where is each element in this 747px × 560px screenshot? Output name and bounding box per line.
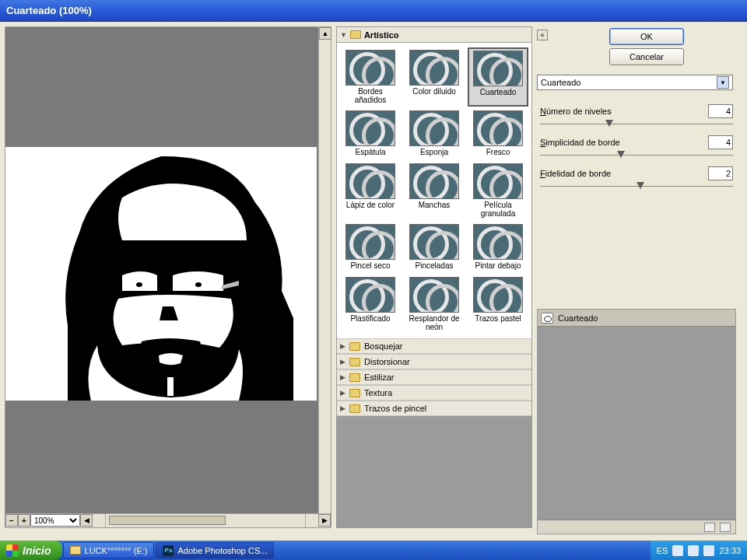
param-input[interactable] [708, 135, 733, 149]
filter-thumb-plastificado[interactable]: Plastificado [340, 275, 401, 334]
folder-icon [349, 358, 360, 366]
filter-thumb-pel-cula-granulada[interactable]: Película granulada [468, 161, 528, 220]
layers-toolbar [538, 520, 735, 534]
zoom-in-button[interactable]: + [18, 514, 30, 527]
param-label: Número de niveles [540, 107, 612, 116]
filter-thumb-image [473, 51, 523, 86]
preview-canvas[interactable] [5, 147, 317, 401]
filter-thumb-esp-tula[interactable]: Espátula [340, 108, 401, 159]
taskbar-item[interactable]: LUCK°°°°°°° (E:) [63, 542, 155, 558]
filter-thumb-resplandor-de-ne-n[interactable]: Resplandor de neón [404, 275, 465, 334]
visibility-eye-icon[interactable] [541, 313, 553, 324]
filter-thumb-cuarteado[interactable]: Cuarteado [468, 47, 528, 107]
zoom-select[interactable]: 100% [30, 514, 80, 527]
folder-icon [349, 342, 360, 351]
tray-icon[interactable] [672, 545, 683, 556]
param-label: Fidelidad de borde [540, 169, 611, 178]
scroll-left-arrow[interactable]: ◀ [80, 514, 93, 527]
filter-thumb-label: Bordes añadidos [342, 87, 398, 104]
controls-column: « OK Cancelar Cuarteado ▼ Número de nive… [537, 26, 742, 536]
filter-thumb-label: Trazos pastel [475, 314, 521, 324]
scroll-right-arrow[interactable]: ▶ [318, 514, 331, 527]
filter-thumb-bordes-a-adidos[interactable]: Bordes añadidos [340, 47, 401, 107]
filter-gallery-window: Cuarteado (100%) [0, 0, 747, 541]
language-indicator[interactable]: ES [657, 546, 668, 555]
chevron-down-icon: ▼ [717, 76, 729, 89]
filter-thumb-image [345, 224, 395, 260]
filter-thumb-image [409, 50, 459, 86]
folder-icon [349, 404, 360, 413]
filter-thumb-pinceladas[interactable]: Pinceladas [404, 222, 465, 273]
param-input[interactable] [708, 166, 733, 180]
param-label: Simplicidad de borde [540, 138, 620, 147]
tray-icon[interactable] [688, 545, 699, 556]
window-titlebar[interactable]: Cuarteado (100%) [0, 0, 747, 22]
filter-thumb-label: Cuarteado [480, 88, 517, 97]
clock[interactable]: 23:33 [719, 546, 741, 555]
tray-icon[interactable] [703, 545, 714, 556]
filter-thumb-fresco[interactable]: Fresco [468, 108, 528, 159]
filter-thumb-image [409, 110, 459, 146]
triangle-right-icon: ▶ [340, 358, 345, 366]
delete-effect-layer-icon[interactable] [720, 523, 731, 532]
folder-icon [70, 546, 81, 555]
selected-filter-dropdown[interactable]: Cuarteado ▼ [537, 75, 733, 90]
category-estilizar[interactable]: ▶Estilizar [337, 369, 531, 385]
param-slider[interactable] [540, 121, 733, 128]
taskbar-item[interactable]: PsAdobe Photoshop CS... [156, 542, 274, 558]
triangle-right-icon: ▶ [340, 342, 345, 350]
gallery-empty-area [337, 416, 531, 527]
triangle-down-icon: ▼ [340, 31, 347, 39]
preview-horizontal-scrollbar[interactable] [105, 514, 306, 527]
folder-icon [350, 30, 361, 39]
category-bosquejar[interactable]: ▶Bosquejar [337, 338, 531, 354]
start-label: Inicio [23, 544, 51, 557]
new-effect-layer-icon[interactable] [704, 523, 715, 532]
folder-icon [349, 389, 360, 397]
param-input[interactable] [708, 104, 733, 118]
category-distorsionar[interactable]: ▶Distorsionar [337, 354, 531, 369]
photoshop-icon: Ps [163, 545, 174, 556]
category-textura[interactable]: ▶Textura [337, 385, 531, 401]
category-artistico[interactable]: ▼ Artístico [337, 27, 531, 43]
filter-thumb-trazos-pastel[interactable]: Trazos pastel [468, 275, 528, 334]
filter-thumb-l-piz-de-color[interactable]: Lápiz de color [340, 161, 401, 220]
filter-thumb-manchas[interactable]: Manchas [404, 161, 465, 220]
preview-panel: ▲ − + 100% ◀ ▶ [5, 26, 331, 528]
filter-thumb-esponja[interactable]: Esponja [404, 108, 465, 159]
effect-layer-label: Cuarteado [558, 313, 598, 323]
filter-thumb-color-diluido[interactable]: Color diluido [404, 47, 465, 107]
param-slider[interactable] [540, 184, 733, 190]
param-slider[interactable] [540, 152, 733, 159]
scroll-up-arrow[interactable]: ▲ [319, 27, 331, 40]
filter-thumb-pincel-seco[interactable]: Pincel seco [340, 222, 401, 273]
collapse-gallery-button[interactable]: « [537, 30, 548, 40]
windows-logo-icon [6, 544, 19, 557]
filter-thumb-label: Fresco [486, 148, 510, 157]
window-content: ▲ − + 100% ◀ ▶ ▼ Artístico Bo [0, 22, 747, 541]
filter-thumb-pintar-debajo[interactable]: Pintar debajo [468, 222, 528, 273]
start-button[interactable]: Inicio [0, 541, 62, 560]
window-title: Cuarteado (100%) [6, 5, 92, 16]
filter-thumb-image [345, 163, 395, 199]
cancel-button[interactable]: Cancelar [609, 48, 684, 65]
category-trazos-de-pincel[interactable]: ▶Trazos de pincel [337, 401, 531, 416]
filter-thumb-label: Pinceladas [416, 261, 454, 271]
effect-layer-row[interactable]: Cuarteado [538, 310, 735, 327]
filter-thumb-label: Espátula [356, 148, 386, 157]
taskbar-item-label: LUCK°°°°°°° (E:) [85, 546, 148, 555]
ok-button[interactable]: OK [609, 28, 684, 45]
svg-point-1 [136, 282, 142, 287]
filter-thumb-label: Pintar debajo [475, 261, 521, 271]
hscroll-thumb[interactable] [109, 516, 226, 525]
filter-thumb-image [473, 163, 523, 199]
zoom-out-button[interactable]: − [5, 514, 18, 527]
taskbar-item-label: Adobe Photoshop CS... [177, 546, 267, 555]
filter-gallery-panel: ▼ Artístico Bordes añadidosColor diluido… [336, 26, 532, 528]
param-n-mero-de-niveles: Número de niveles [540, 104, 733, 118]
filter-thumb-label: Pincel seco [350, 261, 390, 271]
system-tray[interactable]: ES 23:33 [651, 541, 747, 560]
preview-vertical-scrollbar[interactable]: ▲ [318, 27, 331, 515]
filter-thumb-image [345, 277, 395, 313]
category-label: Trazos de pincel [364, 404, 426, 413]
